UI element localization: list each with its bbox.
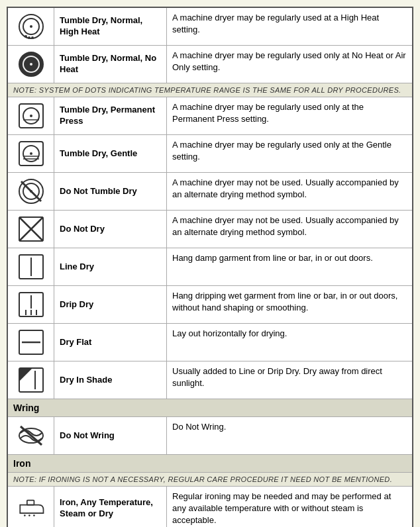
desc-do-not-tumble: A machine dryer may not be used. Usually… [167,173,412,210]
icon-cell [8,324,54,361]
icon-cell [8,173,54,210]
svg-marker-35 [19,368,32,381]
svg-point-41 [24,515,26,517]
icon-cell [8,46,54,83]
tumble-dry-pp-icon [17,101,46,130]
icon-cell [8,487,54,527]
desc-dry-flat: Lay out horizontally for drying. [167,324,412,361]
svg-line-21 [21,181,41,201]
care-label-table: Tumble Dry, Normal, High Heat A machine … [7,7,413,527]
drip-dry-icon [17,290,46,319]
table-row: Line Dry Hang damp garment from line or … [8,248,412,286]
do-not-dry-icon [17,215,46,244]
label-tumble-dry-no-heat: Tumble Dry, Normal, No Heat [54,46,167,83]
desc-iron-any: Regular ironing may be needed and may be… [167,487,412,527]
svg-point-3 [25,35,27,38]
desc-drip-dry: Hang dripping wet garment from line or b… [167,286,412,323]
table-row: Do Not Tumble Dry A machine dryer may no… [8,173,412,211]
iron-any-temp-icon [17,494,46,523]
label-do-not-wring: Do Not Wring [54,417,167,454]
svg-point-42 [28,515,30,517]
icon-cell [8,8,54,45]
icon-cell [8,97,54,134]
svg-point-5 [31,36,34,39]
svg-point-15 [30,152,32,155]
table-row: Do Not Wring Do Not Wring. [8,417,412,455]
note-ironing: NOTE: IF IRONING IS NOT A NECESSARY, REG… [8,473,412,487]
tumble-dry-gentle-icon [17,139,46,168]
table-row: Tumble Dry, Normal, No Heat A machine dr… [8,46,412,83]
line-dry-icon [17,252,46,281]
icon-cell [8,286,54,323]
desc-do-not-dry: A machine dryer may not be used. Usually… [167,211,412,248]
desc-dry-in-shade: Usually added to Line or Drip Dry. Dry a… [167,361,412,399]
desc-line-dry: Hang damp garment from line or bar, in o… [167,248,412,285]
table-row: Tumble Dry, Permanent Press A machine dr… [8,97,412,135]
icon-cell [8,211,54,248]
do-not-wring-icon [17,421,46,450]
label-tumble-dry-high: Tumble Dry, Normal, High Heat [54,8,167,45]
svg-point-11 [30,115,32,117]
label-drip-dry: Drip Dry [54,286,167,323]
dry-flat-icon [17,328,46,357]
note-dry-procedures: NOTE: SYSTEM OF DOTS INDICATING TEMPERAT… [8,83,412,97]
icon-cell [8,417,54,454]
svg-point-8 [30,63,32,66]
table-row: Tumble Dry, Normal, High Heat A machine … [8,8,412,46]
tumble-dry-no-heat-icon [17,50,46,79]
label-do-not-dry: Do Not Dry [54,211,167,248]
icon-cell [8,135,54,172]
desc-tumble-dry-high: A machine dryer may be regularly used at… [167,8,412,45]
label-iron-any: Iron, Any Temperature, Steam or Dry [54,487,167,527]
table-row: Tumble Dry, Gentle A machine dryer may b… [8,135,412,173]
label-dry-flat: Dry Flat [54,324,167,361]
svg-point-2 [30,25,32,28]
label-line-dry: Line Dry [54,248,167,285]
desc-tumble-dry-gentle: A machine dryer may be regularly used on… [167,135,412,172]
tumble-dry-high-heat-icon [17,12,46,41]
label-dry-in-shade: Dry In Shade [54,361,167,399]
svg-point-43 [33,515,35,517]
label-tumble-dry-gentle: Tumble Dry, Gentle [54,135,167,172]
label-do-not-tumble: Do Not Tumble Dry [54,173,167,210]
dry-in-shade-icon [17,365,46,395]
icon-cell [8,361,54,399]
section-wring: Wring [8,399,412,417]
table-row: Drip Dry Hang dripping wet garment from … [8,286,412,324]
desc-tumble-dry-pp: A machine dryer may be regularly used on… [167,97,412,134]
label-tumble-dry-pp: Tumble Dry, Permanent Press [54,97,167,134]
table-row: Dry In Shade Usually added to Line or Dr… [8,361,412,399]
desc-do-not-wring: Do Not Wring. [167,417,412,454]
icon-cell [8,248,54,285]
table-row: Iron, Any Temperature, Steam or Dry Regu… [8,487,412,527]
table-row: Do Not Dry A machine dryer may not be us… [8,211,412,248]
desc-tumble-dry-no-heat: A machine dryer may be regularly used on… [167,46,412,83]
svg-rect-39 [26,501,34,505]
svg-point-4 [28,36,30,39]
do-not-tumble-dry-icon [17,177,46,206]
section-iron: Iron [8,455,412,473]
table-row: Dry Flat Lay out horizontally for drying… [8,324,412,361]
